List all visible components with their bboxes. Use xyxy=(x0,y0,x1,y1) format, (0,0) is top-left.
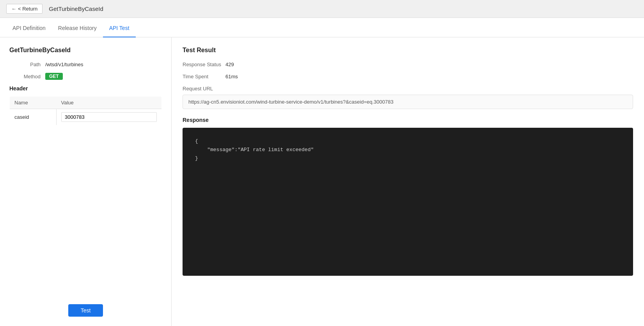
method-row: Method GET xyxy=(9,73,162,80)
return-button[interactable]: ← < Return xyxy=(6,4,43,14)
tab-api-definition[interactable]: API Definition xyxy=(6,19,52,37)
test-button[interactable]: Test xyxy=(68,304,103,317)
time-spent-row: Time Spent 61ms xyxy=(183,74,633,79)
method-label: Method xyxy=(9,74,41,79)
main-content: GetTurbineByCaseId Path /wtsd/v1/turbine… xyxy=(0,37,644,326)
path-label: Path xyxy=(9,62,41,67)
left-panel: GetTurbineByCaseId Path /wtsd/v1/turbine… xyxy=(0,37,172,326)
method-badge: GET xyxy=(45,73,63,80)
top-bar: ← < Return GetTurbineByCaseId xyxy=(0,0,644,18)
response-status-label: Response Status xyxy=(183,62,225,67)
col-value-header: Value xyxy=(57,97,162,109)
time-spent-value: 61ms xyxy=(225,74,238,79)
table-row: caseid xyxy=(10,109,162,125)
left-panel-footer: Test xyxy=(9,296,162,317)
return-icon: ← xyxy=(11,6,16,12)
tab-api-test[interactable]: API Test xyxy=(103,19,136,37)
header-value-input[interactable] xyxy=(61,112,157,122)
path-value: /wtsd/v1/turbines xyxy=(45,62,83,67)
header-table: Name Value caseid xyxy=(9,96,162,125)
request-url-label: Request URL xyxy=(183,86,633,92)
response-status-value: 429 xyxy=(225,62,234,67)
col-name-header: Name xyxy=(10,97,57,109)
result-title: Test Result xyxy=(183,47,633,54)
response-body: { "message":"API rate limit exceeded" } xyxy=(183,128,633,276)
tab-release-history[interactable]: Release History xyxy=(52,19,103,37)
left-panel-title: GetTurbineByCaseId xyxy=(9,47,162,54)
tabs-bar: API Definition Release History API Test xyxy=(0,18,644,37)
request-url-section: Request URL https://ag-cn5.envisioniot.c… xyxy=(183,86,633,109)
page-title: GetTurbineByCaseId xyxy=(49,5,103,12)
return-label: < Return xyxy=(18,6,37,12)
right-panel: Test Result Response Status 429 Time Spe… xyxy=(172,37,644,326)
response-status-row: Response Status 429 xyxy=(183,62,633,67)
header-section-title: Header xyxy=(9,85,162,92)
header-name-cell: caseid xyxy=(10,109,57,125)
path-row: Path /wtsd/v1/turbines xyxy=(9,62,162,67)
header-value-cell[interactable] xyxy=(57,109,162,125)
time-spent-label: Time Spent xyxy=(183,74,225,79)
response-title: Response xyxy=(183,117,633,123)
response-section: Response { "message":"API rate limit exc… xyxy=(183,117,633,276)
request-url-value: https://ag-cn5.envisioniot.com/wind-turb… xyxy=(183,95,633,109)
